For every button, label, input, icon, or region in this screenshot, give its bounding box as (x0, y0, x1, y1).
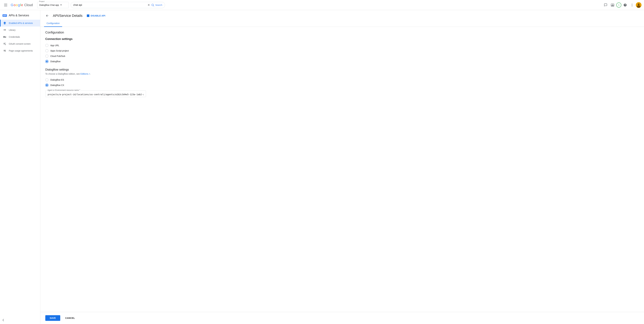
radio-dialogflow-cx-inner (46, 84, 48, 86)
project-label: Project (38, 0, 45, 2)
radio-dialogflow-cx-outer (45, 84, 48, 87)
action-bar: SAVE CANCEL (40, 312, 644, 324)
sidebar-item-oauth-consent-label: OAuth consent screen (9, 42, 31, 45)
radio-dialogflow[interactable]: Dialogflow (45, 60, 639, 63)
chat-icon-button[interactable] (602, 2, 609, 8)
back-button[interactable] (44, 12, 50, 19)
radio-app-url[interactable]: App URL (45, 44, 639, 47)
svg-rect-8 (4, 43, 6, 43)
radio-cloud-pub-sub-label: Cloud Pub/Sub (50, 55, 65, 57)
radio-dialogflow-es-outer (45, 78, 48, 81)
svg-point-11 (5, 44, 6, 45)
page-header: API/Service Details DISABLE API (40, 10, 644, 19)
tab-configuration-label: Configuration (46, 22, 60, 24)
cancel-button[interactable]: CANCEL (63, 315, 78, 321)
sidebar-item-credentials[interactable]: Credentials (0, 33, 40, 40)
svg-rect-9 (4, 43, 5, 44)
enabled-apis-icon (3, 21, 6, 25)
dialogflow-settings-desc: To choose a Dialogflow edition, see Edit… (45, 73, 639, 75)
svg-point-0 (152, 4, 154, 6)
disable-api-button[interactable]: DISABLE API (85, 13, 107, 18)
sidebar-title: APIs & Services (9, 14, 29, 17)
sidebar-item-page-usage[interactable]: Page usage agreements (0, 47, 40, 54)
radio-apps-script-label: Apps Script project (50, 49, 69, 52)
notification-count: 1 (618, 4, 619, 6)
agent-resource-field-label: Agent or Environment resource name * (47, 89, 81, 91)
oauth-consent-icon (3, 42, 6, 45)
library-icon (3, 28, 6, 31)
hamburger-line-1 (4, 4, 7, 4)
sidebar-item-page-usage-label: Page usage agreements (9, 49, 33, 52)
credentials-icon (3, 35, 6, 38)
svg-point-4 (632, 6, 632, 6)
search-button[interactable]: Search (151, 3, 162, 6)
radio-dialogflow-label: Dialogflow (50, 60, 60, 63)
sidebar-nav: Enabled APIs & services Library Credenti… (0, 20, 40, 316)
sidebar-item-enabled-apis[interactable]: Enabled APIs & services (0, 20, 40, 26)
search-bar: ✕ Search (71, 2, 165, 8)
search-input[interactable] (73, 3, 146, 6)
svg-point-7 (637, 5, 640, 8)
dialogflow-settings-title: Dialogflow settings (45, 68, 639, 71)
radio-dialogflow-inner (46, 61, 48, 62)
radio-dialogflow-cx-label: Dialogflow CX (50, 84, 64, 86)
tab-configuration[interactable]: Configuration (44, 20, 62, 27)
sidebar-item-library-label: Library (9, 29, 16, 31)
svg-point-2 (632, 3, 632, 4)
disable-icon (87, 14, 89, 17)
radio-apps-script[interactable]: Apps Script project (45, 49, 639, 52)
radio-apps-script-outer (45, 49, 48, 52)
dialogflow-desc-pre: To choose a Dialogflow edition, see (45, 73, 80, 75)
help-icon-button[interactable] (622, 2, 628, 8)
radio-cloud-pub-sub-outer (45, 54, 48, 58)
chevron-down-icon (60, 4, 62, 5)
sidebar-item-enabled-apis-label: Enabled APIs & services (9, 22, 33, 24)
sidebar-footer (0, 316, 40, 324)
topbar-actions: 1 (602, 2, 642, 8)
radio-cloud-pub-sub[interactable]: Cloud Pub/Sub (45, 54, 639, 58)
project-name: Dialogflow Chat app (39, 4, 59, 6)
monitor-icon-button[interactable] (610, 2, 616, 8)
api-badge: API (2, 14, 7, 17)
radio-dialogflow-es-label: Dialogflow ES (50, 79, 64, 81)
dialogflow-radio-group: Dialogflow ES Dialogflow CX (45, 78, 639, 87)
more-vert-icon-button[interactable] (629, 2, 635, 8)
hamburger-line-3 (4, 6, 7, 6)
hamburger-line-2 (4, 5, 7, 5)
hamburger-menu-button[interactable] (2, 2, 9, 8)
page-title: API/Service Details (53, 14, 82, 18)
project-selector[interactable]: Project Dialogflow Chat app (37, 2, 69, 8)
agent-resource-field[interactable] (45, 90, 146, 97)
dialogflow-settings: Dialogflow settings To choose a Dialogfl… (45, 68, 639, 97)
search-label: Search (155, 4, 162, 6)
user-avatar[interactable] (636, 2, 642, 8)
connection-settings-title: Connection settings (45, 37, 639, 41)
svg-rect-10 (4, 44, 5, 44)
radio-dialogflow-es[interactable]: Dialogflow ES (45, 78, 639, 81)
sidebar-item-oauth-consent[interactable]: OAuth consent screen (0, 40, 40, 47)
radio-dialogflow-outer (45, 60, 48, 63)
save-button[interactable]: SAVE (45, 315, 60, 321)
layout: API APIs & Services Enabled APIs & servi… (0, 10, 644, 324)
collapse-sidebar-button[interactable] (2, 319, 38, 322)
topbar: Google Cloud Project Dialogflow Chat app… (0, 0, 644, 10)
agent-resource-field-wrap: Agent or Environment resource name * (45, 90, 146, 97)
sidebar-item-library[interactable]: Library (0, 26, 40, 33)
connection-radio-group: App URL Apps Script project Cloud Pub/Su… (45, 44, 639, 63)
search-clear-button[interactable]: ✕ (148, 3, 150, 7)
sidebar: API APIs & Services Enabled APIs & servi… (0, 10, 40, 324)
notification-badge[interactable]: 1 (616, 2, 621, 7)
google-cloud-logo: Google Cloud (11, 3, 33, 7)
svg-point-3 (632, 5, 632, 5)
page-usage-icon (3, 49, 6, 52)
disable-api-label: DISABLE API (90, 14, 106, 17)
radio-app-url-outer (45, 44, 48, 47)
editions-link[interactable]: Editions↗ (80, 73, 90, 75)
sidebar-header: API APIs & Services (0, 12, 40, 20)
section-title: Configuration (45, 31, 639, 34)
tabs: Configuration (40, 20, 644, 27)
svg-line-1 (153, 5, 154, 6)
svg-point-6 (638, 3, 640, 5)
external-link-icon: ↗ (88, 73, 90, 75)
radio-dialogflow-cx[interactable]: Dialogflow CX (45, 84, 639, 87)
